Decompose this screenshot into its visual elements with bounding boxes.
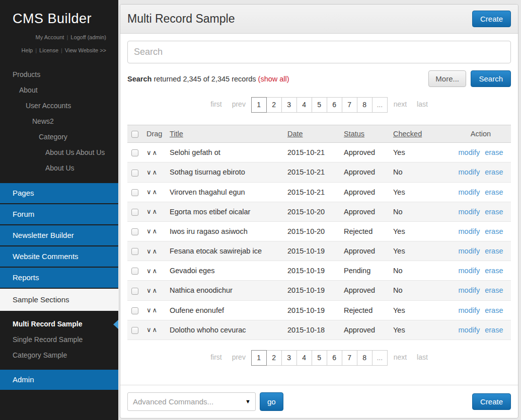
row-checkbox[interactable] bbox=[131, 307, 138, 314]
pagination-prev[interactable]: prev bbox=[232, 353, 246, 361]
drag-handle[interactable]: ∨∧ bbox=[144, 221, 168, 241]
chevron-down-icon[interactable]: ∨ bbox=[146, 306, 153, 314]
modify-link[interactable]: modify bbox=[459, 306, 480, 314]
chevron-up-icon[interactable]: ∧ bbox=[153, 287, 159, 294]
pagination-first[interactable]: first bbox=[210, 353, 222, 361]
pagination-page[interactable]: ... bbox=[372, 97, 388, 113]
drag-handle[interactable]: ∨∧ bbox=[144, 281, 168, 300]
chevron-up-icon[interactable]: ∧ bbox=[153, 169, 159, 176]
sidebar-section-admin[interactable]: Admin bbox=[0, 370, 118, 390]
modify-link[interactable]: modify bbox=[459, 208, 480, 216]
row-checkbox[interactable] bbox=[131, 170, 138, 177]
chevron-down-icon[interactable]: ∨ bbox=[146, 326, 153, 333]
sidebar-tree-item[interactable]: Category bbox=[0, 129, 118, 145]
erase-link[interactable]: erase bbox=[485, 148, 503, 156]
pagination-page[interactable]: ... bbox=[372, 350, 388, 366]
sidebar-subsection-item[interactable]: Multi Record Sample bbox=[0, 316, 118, 332]
modify-link[interactable]: modify bbox=[459, 247, 480, 255]
account-link[interactable]: Help bbox=[22, 47, 33, 53]
header-checked[interactable]: Checked bbox=[391, 125, 451, 143]
drag-handle[interactable]: ∨∧ bbox=[144, 182, 168, 202]
pagination-page[interactable]: 5 bbox=[312, 350, 327, 366]
drag-handle[interactable]: ∨∧ bbox=[144, 162, 168, 182]
header-title[interactable]: Title bbox=[168, 125, 285, 143]
row-checkbox[interactable] bbox=[131, 228, 138, 235]
select-all-checkbox[interactable] bbox=[131, 131, 138, 138]
chevron-up-icon[interactable]: ∧ bbox=[153, 227, 159, 235]
drag-handle[interactable]: ∨∧ bbox=[144, 261, 168, 281]
modify-link[interactable]: modify bbox=[459, 267, 480, 275]
sidebar-subsection-item[interactable]: Single Record Sample bbox=[0, 332, 118, 348]
pagination-page[interactable]: 4 bbox=[296, 97, 312, 113]
sidebar-section-button[interactable]: Reports bbox=[0, 268, 118, 288]
pagination-page[interactable]: 6 bbox=[327, 350, 342, 366]
erase-link[interactable]: erase bbox=[485, 188, 503, 196]
pagination-page[interactable]: 1 bbox=[251, 350, 267, 366]
pagination-page[interactable]: 7 bbox=[342, 97, 357, 113]
chevron-up-icon[interactable]: ∧ bbox=[153, 267, 159, 275]
pagination-page[interactable]: 3 bbox=[281, 350, 297, 366]
pagination-page[interactable]: 2 bbox=[266, 97, 282, 113]
sidebar-section-button[interactable]: Website Comments bbox=[0, 246, 118, 267]
modify-link[interactable]: modify bbox=[459, 326, 480, 334]
pagination-next[interactable]: next bbox=[394, 100, 407, 108]
create-button-bottom[interactable]: Create bbox=[472, 393, 511, 410]
erase-link[interactable]: erase bbox=[485, 326, 503, 334]
account-link[interactable]: My Account bbox=[36, 34, 64, 40]
drag-handle[interactable]: ∨∧ bbox=[144, 300, 168, 320]
pagination-page[interactable]: 1 bbox=[251, 97, 267, 113]
row-checkbox[interactable] bbox=[131, 248, 138, 255]
chevron-up-icon[interactable]: ∧ bbox=[153, 149, 159, 156]
search-input[interactable] bbox=[127, 41, 511, 63]
go-button[interactable]: go bbox=[260, 392, 283, 411]
erase-link[interactable]: erase bbox=[485, 247, 503, 255]
sidebar-subsection-item[interactable]: Category Sample bbox=[0, 348, 118, 363]
modify-link[interactable]: modify bbox=[459, 286, 480, 294]
pagination-prev[interactable]: prev bbox=[232, 100, 246, 108]
modify-link[interactable]: modify bbox=[459, 148, 480, 156]
pagination-page[interactable]: 6 bbox=[327, 97, 342, 113]
chevron-down-icon[interactable]: ∨ bbox=[146, 267, 153, 275]
row-checkbox[interactable] bbox=[131, 268, 138, 275]
chevron-down-icon[interactable]: ∨ bbox=[146, 149, 153, 156]
chevron-up-icon[interactable]: ∧ bbox=[153, 208, 159, 215]
pagination-page[interactable]: 4 bbox=[296, 350, 312, 366]
erase-link[interactable]: erase bbox=[485, 306, 503, 314]
sidebar-section-active[interactable]: Sample Sections bbox=[0, 289, 118, 311]
modify-link[interactable]: modify bbox=[459, 188, 480, 196]
drag-handle[interactable]: ∨∧ bbox=[144, 241, 168, 261]
chevron-up-icon[interactable]: ∧ bbox=[153, 326, 159, 333]
erase-link[interactable]: erase bbox=[485, 267, 503, 275]
more-button[interactable]: More... bbox=[428, 70, 466, 87]
search-button[interactable]: Search bbox=[471, 70, 511, 87]
row-checkbox[interactable] bbox=[131, 327, 138, 334]
header-date[interactable]: Date bbox=[285, 125, 342, 143]
sidebar-tree-item[interactable]: User Accounts bbox=[0, 98, 118, 114]
account-link[interactable]: License bbox=[39, 47, 58, 53]
pagination-last[interactable]: last bbox=[417, 100, 428, 108]
chevron-down-icon[interactable]: ∨ bbox=[146, 287, 153, 294]
row-checkbox[interactable] bbox=[131, 189, 138, 196]
row-checkbox[interactable] bbox=[131, 209, 138, 216]
erase-link[interactable]: erase bbox=[485, 208, 503, 216]
header-status[interactable]: Status bbox=[342, 125, 391, 143]
row-checkbox[interactable] bbox=[131, 288, 138, 295]
create-button-top[interactable]: Create bbox=[472, 11, 511, 27]
sidebar-section-button[interactable]: Forum bbox=[0, 204, 118, 224]
show-all-link[interactable]: (show all) bbox=[258, 75, 289, 83]
pagination-page[interactable]: 8 bbox=[357, 97, 373, 113]
chevron-down-icon[interactable]: ∨ bbox=[146, 227, 153, 235]
modify-link[interactable]: modify bbox=[459, 227, 480, 235]
drag-handle[interactable]: ∨∧ bbox=[144, 202, 168, 221]
drag-handle[interactable]: ∨∧ bbox=[144, 320, 168, 340]
pagination-last[interactable]: last bbox=[417, 353, 428, 361]
pagination-page[interactable]: 5 bbox=[312, 97, 327, 113]
pagination-next[interactable]: next bbox=[394, 353, 407, 361]
pagination-page[interactable]: 3 bbox=[281, 97, 297, 113]
account-link[interactable]: View Website >> bbox=[65, 47, 106, 53]
pagination-page[interactable]: 2 bbox=[266, 350, 282, 366]
modify-link[interactable]: modify bbox=[459, 168, 480, 176]
chevron-down-icon[interactable]: ∨ bbox=[146, 208, 153, 215]
account-link[interactable]: Logoff (admin) bbox=[70, 34, 106, 40]
chevron-down-icon[interactable]: ∨ bbox=[146, 169, 153, 176]
